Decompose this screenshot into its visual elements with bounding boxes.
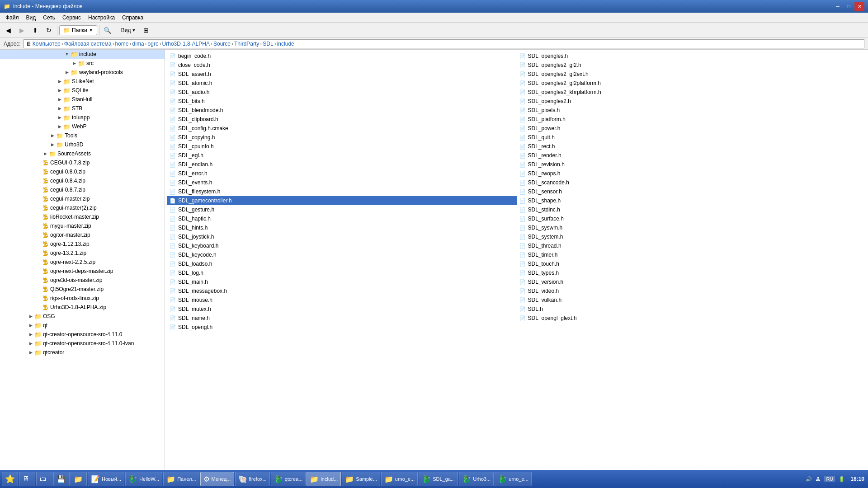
file-item[interactable]: 📄SDL_haptic.h (167, 214, 517, 223)
file-item[interactable]: 📄close_code.h (167, 61, 517, 70)
file-item[interactable]: 📄SDL_gesture.h (167, 205, 517, 214)
file-item[interactable]: 📄SDL_timer.h (517, 250, 867, 259)
minimize-button[interactable]: ─ (833, 2, 843, 11)
tree-item-cegui-0-8-7-zip[interactable]: 🗜cegui-0.8.7.zip (0, 185, 165, 194)
keyboard-layout[interactable]: RU (824, 476, 835, 482)
tree-item-ogre-1-12-13-zip[interactable]: 🗜ogre-1.12.13.zip (0, 239, 165, 249)
file-item[interactable]: 📄SDL_opengl.h (167, 323, 517, 332)
file-item[interactable]: 📄SDL_endian.h (167, 160, 517, 169)
file-item[interactable]: 📄SDL_audio.h (167, 88, 517, 97)
menu-item-сеть[interactable]: Сеть (39, 14, 59, 22)
file-item[interactable]: 📄SDL_syswm.h (517, 223, 867, 232)
path-item-1[interactable]: Файловая система (64, 41, 112, 47)
tree-item-stb[interactable]: ▶📁STB (0, 104, 165, 113)
file-item[interactable]: 📄SDL_hints.h (167, 223, 517, 232)
file-item[interactable]: 📄SDL_cpuinfo.h (167, 142, 517, 151)
tree-item-ogre3d-ois-master-zip[interactable]: 🗜ogre3d-ois-master.zip (0, 276, 165, 285)
taskbar-app-button-13[interactable]: 🐉SDL_ga... (419, 472, 458, 486)
file-item[interactable]: 📄SDL_vulkan.h (517, 296, 867, 305)
menu-item-сервис[interactable]: Сервис (59, 14, 85, 22)
tree-item-urho3d[interactable]: ▶📁Urho3D (0, 140, 165, 149)
file-item[interactable]: 📄SDL_bits.h (167, 97, 517, 106)
file-item[interactable]: 📄SDL_gamecontroller.h (167, 196, 517, 205)
taskbar-app-button-6[interactable]: 📁Панел... (163, 472, 199, 486)
file-item[interactable]: 📄SDL_assert.h (167, 70, 517, 79)
tree-item-tools[interactable]: ▶📁Tools (0, 131, 165, 140)
tree-item-slikenet[interactable]: ▶📁SLikeNet (0, 77, 165, 86)
path-item-0[interactable]: Компьютер (33, 41, 61, 47)
file-item[interactable]: 📄SDL_opengl_glext.h (517, 314, 867, 323)
taskbar-app-button-0[interactable]: 🖥 (19, 472, 35, 486)
file-item[interactable]: 📄SDL_keyboard.h (167, 241, 517, 250)
file-item[interactable]: 📄SDL_video.h (517, 286, 867, 296)
volume-icon[interactable]: 🔊 (806, 476, 812, 482)
window-controls[interactable]: ─ □ ✕ (833, 2, 864, 11)
menu-item-справка[interactable]: Справка (118, 14, 147, 22)
file-item[interactable]: 📄SDL_clipboard.h (167, 115, 517, 124)
tree-item-urho3d-1-8-alpha-zip[interactable]: 🗜Urho3D-1.8-ALPHA.zip (0, 303, 165, 312)
tree-item-rigs-of-rods-linux-zip[interactable]: 🗜rigs-of-rods-linux.zip (0, 294, 165, 303)
file-item[interactable]: 📄SDL_mouse.h (167, 296, 517, 305)
tree-item-webp[interactable]: ▶📁WebP (0, 122, 165, 131)
file-item[interactable]: 📄SDL_pixels.h (517, 106, 867, 115)
menu-item-вид[interactable]: Вид (23, 14, 40, 22)
path-item-8[interactable]: SDL (263, 41, 273, 47)
maximize-button[interactable]: □ (844, 2, 854, 11)
file-item[interactable]: 📄SDL_keycode.h (167, 250, 517, 259)
tree-item-cegui-0-8-4-zip[interactable]: 🗜cegui-0.8.4.zip (0, 176, 165, 185)
file-item[interactable]: 📄SDL_opengles2_gl2platform.h (517, 79, 867, 88)
file-item[interactable]: 📄SDL_events.h (167, 178, 517, 187)
tree-item-qt-creator-opensource-src-4-11-0-ivan[interactable]: ▶📁qt-creator-opensource-src-4.11.0-ivan (0, 339, 165, 348)
file-item[interactable]: 📄SDL_filesystem.h (167, 187, 517, 196)
file-item[interactable]: 📄begin_code.h (167, 52, 517, 61)
file-item[interactable]: 📄SDL_version.h (517, 277, 867, 286)
tree-item-stanhull[interactable]: ▶📁StanHull (0, 95, 165, 104)
file-item[interactable]: 📄SDL_render.h (517, 151, 867, 160)
taskbar-app-button-15[interactable]: 🐉urno_e... (495, 472, 531, 486)
taskbar-app-button-12[interactable]: 📁urno_e... (381, 472, 418, 486)
file-item[interactable]: 📄SDL_power.h (517, 124, 867, 133)
taskbar-app-button-10[interactable]: 📁includ... (307, 472, 341, 486)
tree-item-ogre-13-2-1-zip[interactable]: 🗜ogre-13.2.1.zip (0, 249, 165, 258)
tree-item-cegui-0-8-0-zip[interactable]: 🗜cegui-0.8.0.zip (0, 167, 165, 176)
file-item[interactable]: 📄SDL_opengles2.h (517, 97, 867, 106)
taskbar-app-button-7[interactable]: ⚙Менед... (200, 472, 234, 486)
file-item[interactable]: 📄SDL_messagebox.h (167, 286, 517, 296)
tree-item-toluapp[interactable]: ▶📁toluapp (0, 113, 165, 122)
tree-item-librocket-master-zip[interactable]: 🗜libRocket-master.zip (0, 212, 165, 221)
file-item[interactable]: 📄SDL_shape.h (517, 196, 867, 205)
file-item[interactable]: 📄SDL_egl.h (167, 151, 517, 160)
taskbar-home-button[interactable]: ⭐ (2, 472, 18, 486)
file-item[interactable]: 📄SDL_revision.h (517, 160, 867, 169)
taskbar-app-button-3[interactable]: 📁 (71, 472, 87, 486)
file-item[interactable]: 📄SDL_name.h (167, 314, 517, 323)
file-item[interactable]: 📄SDL_log.h (167, 268, 517, 277)
taskbar-app-button-4[interactable]: 📝Новый... (88, 472, 124, 486)
taskbar-app-button-5[interactable]: 🐉HelloW... (125, 472, 162, 486)
file-item[interactable]: 📄SDL_types.h (517, 268, 867, 277)
file-item[interactable]: 📄SDL_mutex.h (167, 305, 517, 314)
file-item[interactable]: 📄SDL_surface.h (517, 214, 867, 223)
tree-item-include[interactable]: ▼📁include (0, 50, 165, 59)
taskbar-app-button-14[interactable]: 🐉Urho3... (459, 472, 494, 486)
menu-item-файл[interactable]: Файл (2, 14, 23, 22)
back-button[interactable]: ◀ (2, 24, 14, 37)
search-button[interactable]: 🔍 (101, 24, 114, 37)
file-item[interactable]: 📄SDL_opengles2_gl2.h (517, 61, 867, 70)
tree-item-qtcreator[interactable]: ▶📁qtcreator (0, 348, 165, 357)
view-icons-button[interactable]: ⊞ (140, 24, 152, 37)
taskbar-app-button-2[interactable]: 💾 (53, 472, 70, 486)
file-item[interactable]: 📄SDL_sensor.h (517, 187, 867, 196)
tree-item-cegui-master-2--zip[interactable]: 🗜cegui-master(2).zip (0, 203, 165, 212)
address-path[interactable]: 🖥 Компьютер › Файловая система › home › … (24, 39, 864, 48)
file-item[interactable]: 📄SDL_rect.h (517, 142, 867, 151)
taskbar-app-button-1[interactable]: 🗂 (36, 472, 52, 486)
tree-item-qt[interactable]: ▶📁qt (0, 321, 165, 330)
taskbar-app-button-8[interactable]: 🐚firefox... (235, 472, 270, 486)
file-item[interactable]: 📄SDL_main.h (167, 277, 517, 286)
refresh-button[interactable]: ↻ (42, 24, 55, 37)
path-item-9[interactable]: include (277, 41, 294, 47)
file-item[interactable]: 📄SDL_quit.h (517, 133, 867, 142)
menu-item-настройка[interactable]: Настройка (85, 14, 118, 22)
file-item[interactable]: 📄SDL_joystick.h (167, 232, 517, 241)
